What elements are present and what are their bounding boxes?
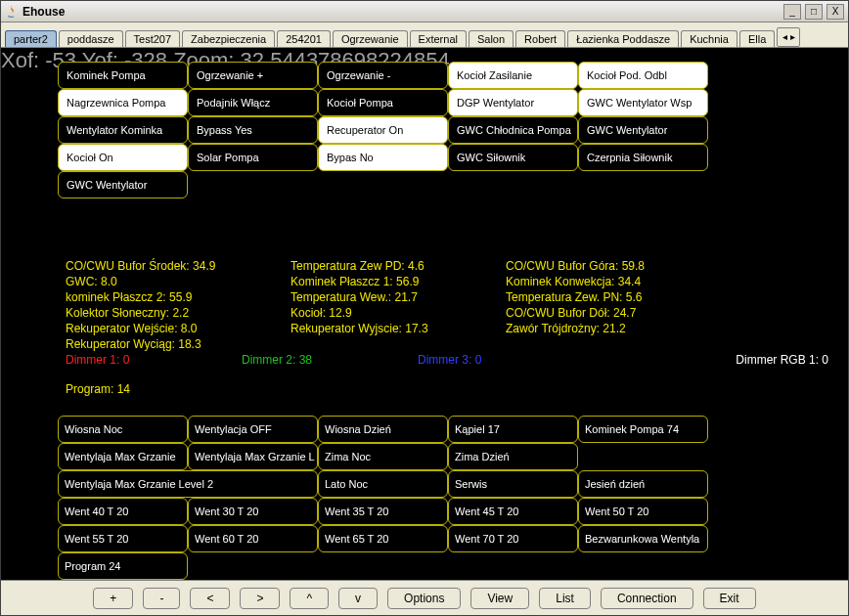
tab-ogrzewanie[interactable]: Ogrzewanie — [333, 30, 408, 47]
tab-lazienka[interactable]: Łazienka Poddasze — [567, 30, 679, 47]
dimmer-3: Dimmer 3: 0 — [418, 353, 594, 367]
program-button[interactable]: Wiosna Noc — [58, 416, 188, 443]
program-button[interactable]: Went 50 T 20 — [578, 498, 708, 525]
control-button[interactable]: Nagrzewnica Pompa — [58, 89, 188, 116]
pan-up-button[interactable]: ^ — [290, 588, 329, 609]
zoom-in-button[interactable]: + — [93, 588, 133, 609]
program-button[interactable]: Serwis — [448, 470, 578, 498]
control-button[interactable]: Kominek Pompa — [58, 62, 188, 89]
control-button[interactable]: Bypas No — [318, 144, 448, 171]
control-grid-row5: GWC Wentylator — [58, 171, 723, 198]
tab-salon[interactable]: Salon — [469, 30, 514, 47]
dimmer-2: Dimmer 2: 38 — [242, 353, 418, 367]
dimmer-rgb: Dimmer RGB 1: 0 — [736, 353, 828, 367]
control-button[interactable]: Wentylator Kominka — [58, 116, 188, 144]
control-button[interactable]: Recuperator On — [318, 116, 448, 144]
footer-toolbar: + - < > ^ v Options View List Connection… — [1, 580, 848, 615]
control-button[interactable]: GWC Siłownik — [448, 144, 578, 171]
program-button[interactable]: Wentylacja OFF — [188, 416, 318, 443]
tab-bar: parter2 poddasze Test207 Zabezpieczenia … — [1, 22, 848, 48]
program-button[interactable]: Went 55 T 20 — [58, 525, 188, 552]
close-button[interactable]: X — [827, 4, 844, 20]
program-button[interactable]: Went 65 T 20 — [318, 525, 448, 552]
stat-line: Kominek Konwekcja: 34.4 — [506, 275, 721, 288]
program-button[interactable]: Wentylaja Max Grzanie L — [188, 443, 318, 470]
stat-line: CO/CWU Bufor Środek: 34.9 — [66, 259, 271, 273]
control-button[interactable]: Kocioł Zasilanie — [448, 62, 578, 89]
program-button[interactable]: Went 35 T 20 — [318, 498, 448, 525]
control-button[interactable]: DGP Wentylator — [448, 89, 578, 116]
program-button[interactable]: Went 70 T 20 — [448, 525, 578, 552]
program-button[interactable]: Kąpiel 17 — [448, 416, 578, 443]
program-button[interactable]: Zima Noc — [318, 443, 448, 470]
stat-line: CO/CWU Bufor Dół: 24.7 — [506, 306, 721, 320]
maximize-button[interactable]: □ — [805, 4, 823, 20]
program-button[interactable]: Went 45 T 20 — [448, 498, 578, 525]
window-title: Ehouse — [22, 5, 65, 19]
control-button[interactable]: Czerpnia Siłownik — [578, 144, 708, 171]
stats-block: CO/CWU Bufor Środek: 34.9GWC: 8.0kominek… — [66, 259, 828, 396]
control-button[interactable]: GWC Wentylator Wsp — [578, 89, 708, 116]
app-window: Ehouse _ □ X parter2 poddasze Test207 Za… — [0, 0, 849, 616]
stat-line: CO/CWU Bufor Góra: 59.8 — [506, 259, 721, 273]
main-canvas: Xof: -53 Yof: -328 Zoom: 32.544378698224… — [1, 48, 848, 580]
minimize-button[interactable]: _ — [783, 4, 801, 20]
control-button[interactable]: Ogrzewanie - — [318, 62, 448, 89]
pan-down-button[interactable]: v — [338, 588, 378, 609]
control-button[interactable]: Ogrzewanie + — [188, 62, 318, 89]
tab-test207[interactable]: Test207 — [125, 30, 181, 47]
view-button[interactable]: View — [470, 588, 529, 609]
stat-line: Kolektor Słoneczny: 2.2 — [66, 306, 271, 320]
tab-parter2[interactable]: parter2 — [5, 30, 57, 47]
tab-254201[interactable]: 254201 — [277, 30, 331, 47]
control-button[interactable]: Kocioł Pod. Odbl — [578, 62, 708, 89]
stat-line: Kominek Płaszcz 1: 56.9 — [290, 275, 486, 288]
stat-line: Temperatura Zew PD: 4.6 — [290, 259, 486, 273]
program-button[interactable]: Lato Noc — [318, 470, 448, 498]
stat-line: kominek Płaszcz 2: 55.9 — [66, 290, 271, 304]
program-button[interactable]: Wentylaja Max Grzanie — [58, 443, 188, 470]
program-button[interactable]: Kominek Pompa 74 — [578, 416, 708, 443]
program-button[interactable]: Jesień dzień — [578, 470, 708, 498]
program-label: Program: 14 — [66, 382, 828, 396]
program-button[interactable]: Went 60 T 20 — [188, 525, 318, 552]
program-button[interactable]: Went 40 T 20 — [58, 498, 188, 525]
program-button[interactable]: Wiosna Dzień — [318, 416, 448, 443]
list-button[interactable]: List — [539, 588, 591, 609]
stat-line: Rekuperator Wejście: 8.0 — [66, 322, 271, 335]
tab-robert[interactable]: Robert — [515, 30, 565, 47]
stat-line: GWC: 8.0 — [66, 275, 271, 288]
tab-poddasze[interactable]: poddasze — [59, 30, 123, 47]
control-button[interactable]: GWC Wentylator — [58, 171, 188, 198]
control-button[interactable]: Solar Pompa — [188, 144, 318, 171]
program-button[interactable]: Went 30 T 20 — [188, 498, 318, 525]
pan-left-button[interactable]: < — [190, 588, 230, 609]
tab-ella[interactable]: Ella — [739, 30, 775, 47]
options-button[interactable]: Options — [387, 588, 461, 609]
stat-line: Temperatura Zew. PN: 5.6 — [506, 290, 721, 304]
control-button[interactable]: Kocioł Pompa — [318, 89, 448, 116]
stat-line: Temperatura Wew.: 21.7 — [290, 290, 486, 304]
titlebar: Ehouse _ □ X — [1, 1, 848, 22]
zoom-out-button[interactable]: - — [143, 588, 180, 609]
tab-zabezpieczenia[interactable]: Zabezpieczenia — [182, 30, 275, 47]
connection-button[interactable]: Connection — [601, 588, 693, 609]
java-icon — [5, 5, 19, 19]
tab-scroll-button[interactable]: ◂ ▸ — [777, 27, 800, 47]
exit-button[interactable]: Exit — [703, 588, 756, 609]
tab-external[interactable]: External — [410, 30, 467, 47]
control-button[interactable]: Kocioł On — [58, 144, 188, 171]
pan-right-button[interactable]: > — [240, 588, 280, 609]
control-grid: Kominek PompaOgrzewanie +Ogrzewanie -Koc… — [58, 62, 723, 171]
stat-line: Rekuperator Wyjscie: 17.3 — [290, 322, 486, 335]
program-button[interactable]: Program 24 — [58, 552, 188, 580]
control-button[interactable]: Bypass Yes — [188, 116, 318, 144]
program-button[interactable]: Bezwarunkowa Wentyla — [578, 525, 708, 552]
control-button[interactable]: GWC Chłodnica Pompa — [448, 116, 578, 144]
control-button[interactable]: GWC Wentylator — [578, 116, 708, 144]
program-button[interactable]: Zima Dzień — [448, 443, 578, 470]
control-button[interactable]: Podajnik Włącz — [188, 89, 318, 116]
tab-kuchnia[interactable]: Kuchnia — [681, 30, 737, 47]
program-button[interactable]: Wentylaja Max Grzanie Level 2 — [58, 470, 318, 498]
stat-line: Rekuperator Wyciąg: 18.3 — [66, 337, 271, 351]
